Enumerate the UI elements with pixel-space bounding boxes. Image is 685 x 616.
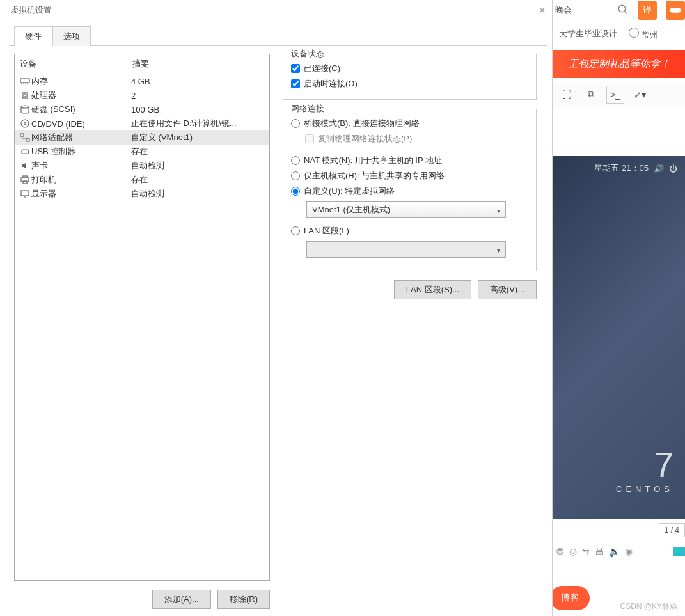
device-status-group: 设备状态 已连接(C) 启动时连接(O) xyxy=(283,54,537,100)
volume-icon[interactable]: 🔊 xyxy=(654,164,664,173)
tool-fit-icon[interactable]: ⛶ xyxy=(558,86,576,104)
hardware-list[interactable]: 设备 摘要 内存4 GB处理器2硬盘 (SCSI)100 GBCD/DVD (I… xyxy=(14,54,270,581)
connected-input[interactable] xyxy=(291,64,300,73)
hardware-label: 内存 xyxy=(31,75,131,87)
nat-radio[interactable]: NAT 模式(N): 用于共享主机的 IP 地址 xyxy=(291,153,528,168)
add-button[interactable]: 添加(A)... xyxy=(152,590,211,609)
hardware-label: 显示器 xyxy=(31,188,131,200)
game-button[interactable] xyxy=(666,1,685,20)
dialog-tabs: 硬件 选项 xyxy=(4,20,552,45)
disk-status-icon[interactable]: ⛃ xyxy=(556,546,564,557)
cd-icon xyxy=(19,119,31,128)
ad-banner[interactable]: 工包定制礼品等你拿！ xyxy=(553,50,685,78)
svg-rect-9 xyxy=(24,94,26,97)
custom-network-select[interactable]: VMnet1 (仅主机模式) ▾ xyxy=(306,201,506,218)
vm-desktop: 星期五 21：05 🔊 ⏻ 7 CENTOS xyxy=(553,156,685,519)
power-icon[interactable]: ⏻ xyxy=(669,164,677,173)
memory-icon xyxy=(19,77,31,85)
hardware-row[interactable]: 显示器自动检测 xyxy=(15,187,269,201)
cd-status-icon[interactable]: ◎ xyxy=(569,546,577,557)
svg-rect-8 xyxy=(22,93,28,98)
svg-rect-15 xyxy=(22,150,28,154)
cpu-icon xyxy=(19,91,31,100)
settings-panel: 设备状态 已连接(C) 启动时连接(O) 网络连接 桥接模式(B): 直接连接物… xyxy=(283,54,542,616)
hardware-label: USB 控制器 xyxy=(31,146,131,157)
connect-at-power-input[interactable] xyxy=(291,79,300,88)
hostonly-radio[interactable]: 仅主机模式(H): 与主机共享的专用网络 xyxy=(291,168,528,184)
hardware-summary: 正在使用文件 D:\计算机\镜... xyxy=(131,118,265,129)
tab-panel: 设备 摘要 内存4 GB处理器2硬盘 (SCSI)100 GBCD/DVD (I… xyxy=(9,45,547,616)
advanced-button[interactable]: 高级(V)... xyxy=(478,280,537,299)
vm-status-icons: ⛃ ◎ ⇆ 🖶 🔉 ◉ xyxy=(556,542,685,560)
hardware-summary: 存在 xyxy=(131,146,265,157)
svg-rect-14 xyxy=(26,139,29,141)
nat-input[interactable] xyxy=(291,156,300,165)
tool-fullscreen-icon[interactable]: ⤢▾ xyxy=(631,86,649,104)
tab-hardware[interactable]: 硬件 xyxy=(14,26,52,46)
lan-input[interactable] xyxy=(291,226,300,235)
bookmark-item[interactable]: 常州 xyxy=(629,28,658,41)
hardware-summary: 存在 xyxy=(131,174,265,186)
pager: 1 / 4 xyxy=(659,523,685,537)
browser-top: 晚会 译 xyxy=(553,0,685,20)
tray-app-icon[interactable] xyxy=(673,547,685,556)
hostonly-input[interactable] xyxy=(291,171,300,180)
blog-button[interactable]: 博客 xyxy=(550,586,590,610)
svg-point-10 xyxy=(21,106,29,108)
svg-rect-3 xyxy=(20,79,29,83)
hardware-row[interactable]: USB 控制器存在 xyxy=(15,145,269,159)
dialog-title: 虚拟机设置 xyxy=(10,4,539,16)
hardware-label: 处理器 xyxy=(31,90,131,101)
print-status-icon[interactable]: 🖶 xyxy=(595,546,604,557)
bookmark-item[interactable]: 大学生毕业设计 xyxy=(559,28,617,40)
svg-point-12 xyxy=(24,123,26,125)
close-icon[interactable]: × xyxy=(539,4,546,17)
vm-clock: 星期五 21：05 🔊 ⏻ xyxy=(594,162,677,174)
hardware-row[interactable]: 打印机存在 xyxy=(15,173,269,187)
hardware-row[interactable]: 网络适配器自定义 (VMnet1) xyxy=(15,130,269,145)
sound-status-icon[interactable]: 🔉 xyxy=(609,546,620,557)
custom-radio[interactable]: 自定义(U): 特定虚拟网络 xyxy=(291,184,528,199)
connected-checkbox[interactable]: 已连接(C) xyxy=(291,61,528,76)
svg-rect-2 xyxy=(670,8,681,13)
svg-rect-16 xyxy=(28,151,29,153)
hardware-header: 设备 摘要 xyxy=(15,54,269,74)
bookmark-bar: 大学生毕业设计 常州 xyxy=(553,24,685,43)
hardware-column: 设备 摘要 内存4 GB处理器2硬盘 (SCSI)100 GBCD/DVD (I… xyxy=(14,54,270,616)
hardware-summary: 自定义 (VMnet1) xyxy=(131,132,265,143)
hardware-row[interactable]: 硬盘 (SCSI)100 GB xyxy=(15,102,269,116)
hardware-label: 声卡 xyxy=(31,160,131,171)
hardware-row[interactable]: CD/DVD (IDE)正在使用文件 D:\计算机\镜... xyxy=(15,116,269,130)
connect-at-power-checkbox[interactable]: 启动时连接(O) xyxy=(291,76,528,91)
bridged-input[interactable] xyxy=(291,119,300,128)
watermark: CSDN @KY林淼 xyxy=(620,601,677,612)
net-status-icon[interactable]: ⇆ xyxy=(582,546,590,557)
col-device: 设备 xyxy=(20,58,132,70)
svg-rect-20 xyxy=(21,191,29,196)
hardware-label: 网络适配器 xyxy=(31,132,131,143)
disk-icon xyxy=(19,105,31,114)
bridged-radio[interactable]: 桥接模式(B): 直接连接物理网络 xyxy=(291,116,528,131)
printer-icon xyxy=(19,175,31,184)
network-legend: 网络连接 xyxy=(288,103,327,115)
rec-status-icon[interactable]: ◉ xyxy=(625,546,633,557)
tab-options[interactable]: 选项 xyxy=(52,26,91,46)
hardware-row[interactable]: 内存4 GB xyxy=(15,74,269,88)
translate-button[interactable]: 译 xyxy=(638,1,657,20)
svg-point-11 xyxy=(21,120,29,127)
remove-button[interactable]: 移除(R) xyxy=(217,590,270,609)
replicate-input xyxy=(305,134,314,143)
tool-console-icon[interactable]: >_ xyxy=(606,86,624,104)
hardware-row[interactable]: 处理器2 xyxy=(15,88,269,102)
hardware-summary: 自动检测 xyxy=(131,188,265,200)
hardware-row[interactable]: 声卡自动检测 xyxy=(15,159,269,173)
col-summary: 摘要 xyxy=(132,58,149,70)
custom-input[interactable] xyxy=(291,187,300,196)
svg-rect-13 xyxy=(20,134,24,136)
lan-segments-button[interactable]: LAN 区段(S)... xyxy=(394,280,471,299)
browser-tab-text: 晚会 xyxy=(555,4,572,16)
hardware-summary: 4 GB xyxy=(131,77,265,86)
tool-snapshot-icon[interactable]: ⧉ xyxy=(582,86,600,104)
lan-radio[interactable]: LAN 区段(L): xyxy=(291,223,528,239)
search-icon[interactable] xyxy=(617,4,629,17)
